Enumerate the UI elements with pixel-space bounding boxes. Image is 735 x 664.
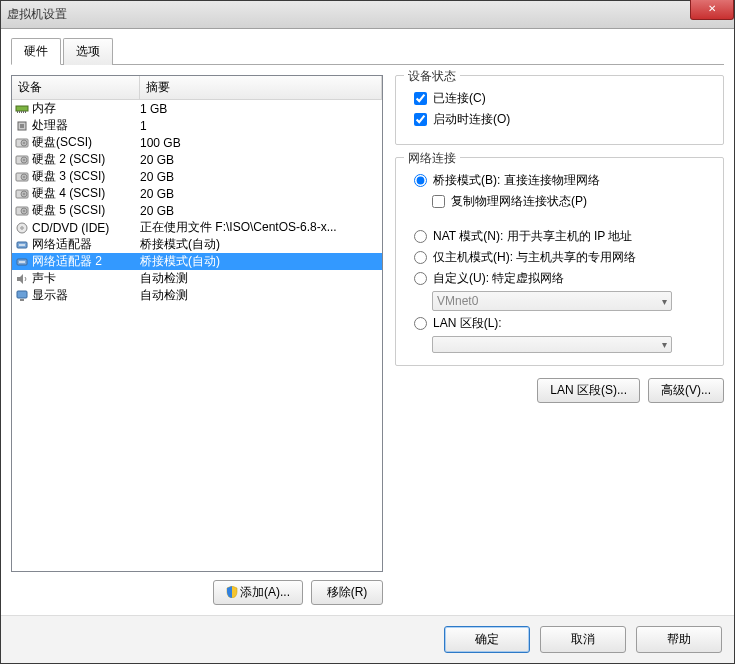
device-status-group: 设备状态 已连接(C) 启动时连接(O) xyxy=(395,75,724,145)
lan-segment-select[interactable] xyxy=(432,336,672,353)
close-button[interactable] xyxy=(690,0,734,20)
device-list-header: 设备 摘要 xyxy=(12,76,382,100)
device-label: CD/DVD (IDE) xyxy=(32,221,140,235)
right-button-bar: LAN 区段(S)... 高级(V)... xyxy=(395,378,724,403)
svg-rect-2 xyxy=(19,111,20,113)
connected-checkbox[interactable] xyxy=(414,92,427,105)
hdd-icon xyxy=(14,153,30,167)
nat-label: NAT 模式(N): 用于共享主机的 IP 地址 xyxy=(433,228,632,245)
remove-button[interactable]: 移除(R) xyxy=(311,580,383,605)
col-device-header[interactable]: 设备 xyxy=(12,76,140,99)
cancel-button[interactable]: 取消 xyxy=(540,626,626,653)
replicate-label: 复制物理网络连接状态(P) xyxy=(451,193,587,210)
svg-point-13 xyxy=(23,159,25,161)
vm-settings-window: 虚拟机设置 硬件 选项 设备 摘要 内存1 GB处理器1硬盘(SCSI)100 … xyxy=(0,0,735,664)
display-icon xyxy=(14,289,30,303)
hostonly-radio-row[interactable]: 仅主机模式(H): 与主机共享的专用网络 xyxy=(414,249,713,266)
col-summary-header[interactable]: 摘要 xyxy=(140,76,382,99)
window-title: 虚拟机设置 xyxy=(7,6,67,23)
device-summary: 自动检测 xyxy=(140,287,380,304)
device-row[interactable]: 网络适配器桥接模式(自动) xyxy=(12,236,382,253)
ok-button[interactable]: 确定 xyxy=(444,626,530,653)
device-summary: 20 GB xyxy=(140,170,380,184)
lan-segments-button[interactable]: LAN 区段(S)... xyxy=(537,378,640,403)
svg-point-24 xyxy=(21,226,23,228)
cd-icon xyxy=(14,221,30,235)
add-button[interactable]: 添加(A)... xyxy=(213,580,303,605)
svg-rect-1 xyxy=(17,111,18,113)
device-row[interactable]: CD/DVD (IDE)正在使用文件 F:\ISO\CentOS-6.8-x..… xyxy=(12,219,382,236)
nat-radio-row[interactable]: NAT 模式(N): 用于共享主机的 IP 地址 xyxy=(414,228,713,245)
bridged-radio-row[interactable]: 桥接模式(B): 直接连接物理网络 xyxy=(414,172,713,189)
svg-point-16 xyxy=(23,176,25,178)
device-label: 处理器 xyxy=(32,117,140,134)
net-icon xyxy=(14,238,30,252)
advanced-button[interactable]: 高级(V)... xyxy=(648,378,724,403)
hdd-icon xyxy=(14,204,30,218)
device-row[interactable]: 硬盘 5 (SCSI)20 GB xyxy=(12,202,382,219)
device-label: 网络适配器 2 xyxy=(32,253,140,270)
left-panel: 设备 摘要 内存1 GB处理器1硬盘(SCSI)100 GB硬盘 2 (SCSI… xyxy=(11,75,383,605)
help-button[interactable]: 帮助 xyxy=(636,626,722,653)
device-row[interactable]: 显示器自动检测 xyxy=(12,287,382,304)
connected-checkbox-row[interactable]: 已连接(C) xyxy=(414,90,713,107)
bridged-label: 桥接模式(B): 直接连接物理网络 xyxy=(433,172,600,189)
right-panel: 设备状态 已连接(C) 启动时连接(O) 网络连接 桥接模式(B): 直接连接物 xyxy=(395,75,724,605)
connect-power-on-row[interactable]: 启动时连接(O) xyxy=(414,111,713,128)
connect-power-on-checkbox[interactable] xyxy=(414,113,427,126)
svg-rect-5 xyxy=(25,111,26,113)
device-label: 显示器 xyxy=(32,287,140,304)
replicate-checkbox-row[interactable]: 复制物理网络连接状态(P) xyxy=(432,193,713,210)
left-button-bar: 添加(A)... 移除(R) xyxy=(11,580,383,605)
device-summary: 20 GB xyxy=(140,187,380,201)
device-summary: 1 GB xyxy=(140,102,380,116)
tab-options[interactable]: 选项 xyxy=(63,38,113,65)
svg-rect-7 xyxy=(20,124,24,128)
nat-radio[interactable] xyxy=(414,230,427,243)
device-label: 内存 xyxy=(32,100,140,117)
device-status-title: 设备状态 xyxy=(404,68,460,85)
svg-rect-26 xyxy=(19,244,25,246)
lan-radio-row[interactable]: LAN 区段(L): xyxy=(414,315,713,332)
custom-radio[interactable] xyxy=(414,272,427,285)
device-row[interactable]: 硬盘 2 (SCSI)20 GB xyxy=(12,151,382,168)
device-label: 硬盘 3 (SCSI) xyxy=(32,168,140,185)
tab-hardware[interactable]: 硬件 xyxy=(11,38,61,65)
device-row[interactable]: 网络适配器 2桥接模式(自动) xyxy=(12,253,382,270)
device-list[interactable]: 设备 摘要 内存1 GB处理器1硬盘(SCSI)100 GB硬盘 2 (SCSI… xyxy=(11,75,383,572)
connected-label: 已连接(C) xyxy=(433,90,486,107)
svg-rect-0 xyxy=(16,106,28,111)
custom-select-wrap: VMnet0 xyxy=(432,291,713,311)
hdd-icon xyxy=(14,136,30,150)
svg-rect-30 xyxy=(20,299,24,301)
custom-radio-row[interactable]: 自定义(U): 特定虚拟网络 xyxy=(414,270,713,287)
device-row[interactable]: 声卡自动检测 xyxy=(12,270,382,287)
device-label: 硬盘 2 (SCSI) xyxy=(32,151,140,168)
device-summary: 20 GB xyxy=(140,153,380,167)
bridged-radio[interactable] xyxy=(414,174,427,187)
device-row[interactable]: 硬盘 4 (SCSI)20 GB xyxy=(12,185,382,202)
titlebar: 虚拟机设置 xyxy=(1,1,734,29)
content-area: 硬件 选项 设备 摘要 内存1 GB处理器1硬盘(SCSI)100 GB硬盘 2… xyxy=(1,29,734,615)
device-row[interactable]: 内存1 GB xyxy=(12,100,382,117)
hostonly-radio[interactable] xyxy=(414,251,427,264)
device-summary: 桥接模式(自动) xyxy=(140,236,380,253)
device-row[interactable]: 硬盘(SCSI)100 GB xyxy=(12,134,382,151)
device-row[interactable]: 硬盘 3 (SCSI)20 GB xyxy=(12,168,382,185)
svg-rect-4 xyxy=(23,111,24,113)
replicate-checkbox[interactable] xyxy=(432,195,445,208)
svg-point-22 xyxy=(23,210,25,212)
custom-vmnet-select[interactable]: VMnet0 xyxy=(432,291,672,311)
lan-radio[interactable] xyxy=(414,317,427,330)
device-label: 硬盘 5 (SCSI) xyxy=(32,202,140,219)
device-row[interactable]: 处理器1 xyxy=(12,117,382,134)
device-label: 声卡 xyxy=(32,270,140,287)
device-summary: 自动检测 xyxy=(140,270,380,287)
hostonly-label: 仅主机模式(H): 与主机共享的专用网络 xyxy=(433,249,636,266)
device-summary: 桥接模式(自动) xyxy=(140,253,380,270)
lan-select-wrap xyxy=(432,336,713,353)
footer: 确定 取消 帮助 xyxy=(1,615,734,663)
device-summary: 1 xyxy=(140,119,380,133)
custom-label: 自定义(U): 特定虚拟网络 xyxy=(433,270,564,287)
device-label: 硬盘 4 (SCSI) xyxy=(32,185,140,202)
